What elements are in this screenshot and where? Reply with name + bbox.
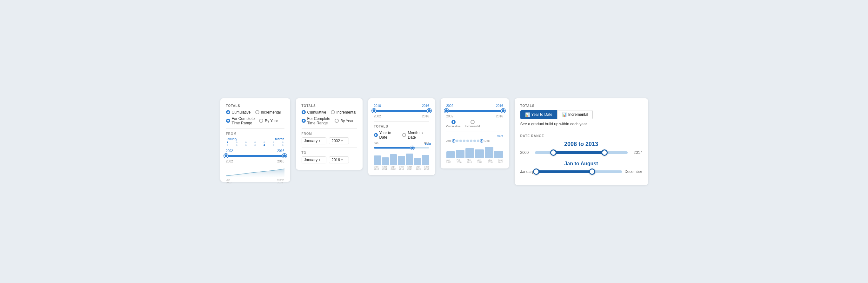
month-track-wrap-5[interactable] (536, 168, 622, 175)
bars-3 (374, 152, 429, 165)
bar-4-5 (494, 151, 503, 158)
incremental-option-2[interactable]: Incremental (331, 110, 356, 115)
from-selects-2: January ▾ 2002 ▾ (302, 137, 357, 144)
bar-4-4 (485, 147, 493, 158)
divider-3 (374, 121, 429, 122)
month-thumb-right-5[interactable] (589, 168, 595, 175)
cumulative-option-4[interactable]: Cumulative (446, 120, 461, 128)
month-range-title-5: Jan to August (520, 161, 642, 166)
month-left-label-5: January (520, 169, 534, 174)
complete-range-option-2[interactable]: For CompleteTime Range (302, 117, 331, 125)
ytd-option-3[interactable]: Year to Date (374, 131, 398, 139)
year-thumb-right-3[interactable] (427, 108, 431, 113)
card-totals-2: TOTALS Cumulative Incremental For Comple… (296, 98, 363, 170)
complete-range-radio-1[interactable] (226, 119, 230, 123)
incremental-label-2: Incremental (337, 110, 356, 115)
month-slider-1[interactable]: January March (226, 137, 284, 146)
month-big-range-5: January December (520, 168, 642, 175)
year-thumb-right-1[interactable] (282, 154, 286, 158)
cumulative-radio-1[interactable] (226, 110, 230, 114)
divider-4 (446, 131, 503, 131)
by-year-option-2[interactable]: By Year (335, 119, 353, 123)
from-year-select-2[interactable]: 2002 ▾ (329, 137, 349, 144)
mtd-radio-3[interactable] (402, 133, 406, 137)
to-month-select-2[interactable]: January ▾ (302, 156, 327, 163)
cumulative-option-1[interactable]: Cumulative (226, 110, 251, 115)
incremental-label-4: Incremental (465, 125, 480, 128)
bars-4 (446, 146, 503, 158)
card-totals-5: TOTALS 📊 Year to Date 📊 Incremental See … (515, 98, 648, 185)
month-fill-5 (536, 170, 592, 173)
to-label-2: TO (302, 151, 357, 155)
month-dot-slider-4[interactable]: Jan Dec (446, 138, 503, 144)
year-range-3[interactable] (374, 108, 429, 113)
to-year-select-2[interactable]: 2016 ▾ (329, 156, 349, 163)
year-range-track-1[interactable] (226, 153, 284, 158)
incremental-label-1: Incremental (261, 110, 281, 115)
from-month-select-2[interactable]: January ▾ (302, 137, 327, 144)
incremental-toggle-btn-5[interactable]: 📊 Incremental (557, 110, 593, 119)
bar-labels-3: Sept2010 Sept2011 Sept2012 Sept2013 Sept… (374, 166, 429, 170)
to-year-arrow-2: ▾ (341, 158, 343, 161)
card-totals-3: 2010 2016 2002 2016 TOTALS Year to Date (368, 98, 435, 175)
radio-row-type-2: Cumulative Incremental (302, 110, 357, 115)
bar-3-0 (374, 155, 381, 165)
slider-dots-bottom-1 (226, 144, 284, 146)
chart-label-right-1: March2016 (277, 178, 284, 184)
cumulative-radio-2[interactable] (302, 110, 306, 114)
year-track-wrap-5[interactable] (535, 150, 628, 156)
incremental-option-1[interactable]: Incremental (255, 110, 281, 115)
incremental-radio-2[interactable] (331, 110, 335, 114)
year-thumb-left-5[interactable] (550, 150, 557, 156)
cumulative-option-2[interactable]: Cumulative (302, 110, 327, 115)
divider-5 (520, 131, 642, 131)
incremental-radio-1[interactable] (255, 110, 259, 114)
totals-label-1: TOTALS (226, 104, 284, 107)
year-labels-top-3: 2010 2016 (374, 104, 429, 107)
year-thumb-left-3[interactable] (372, 108, 376, 113)
bar-4-2 (465, 148, 474, 158)
by-year-radio-1[interactable] (259, 119, 263, 123)
slider-dots-top-1 (226, 142, 284, 143)
ytd-icon-5: 📊 (525, 112, 530, 117)
radio-row-range-2: For CompleteTime Range By Year (302, 117, 357, 125)
date-range-label-5: DATE RANGE (520, 134, 642, 138)
month-right-label-5: December (624, 169, 642, 174)
from-year-arrow-2: ▾ (341, 139, 343, 143)
divider-2b (302, 148, 357, 148)
mini-area-chart-1: Jan2002 March2016 (226, 166, 284, 177)
bar-3-5 (414, 158, 421, 165)
bar-3-6 (422, 155, 429, 165)
bar-3-4 (406, 154, 413, 165)
card-totals-4: 2002 2016 2002 2016 Cumulative Incr (441, 98, 509, 168)
month-thumb-left-5[interactable] (533, 168, 539, 175)
year-fill-5 (553, 151, 604, 154)
radio-row-range-1: For CompleteTime Range By Year (226, 117, 284, 125)
by-year-option-1[interactable]: By Year (259, 119, 278, 123)
month-range-3[interactable]: Sept (374, 145, 429, 150)
year-range-4[interactable] (446, 108, 503, 113)
mtd-option-3[interactable]: Month to Date (402, 131, 429, 139)
totals-label-3: TOTALS (374, 125, 429, 128)
cumulative-radio-4[interactable] (452, 120, 456, 124)
year-thumb-left-1[interactable] (224, 154, 228, 158)
complete-range-radio-2[interactable] (302, 119, 306, 123)
ytd-radio-3[interactable] (374, 133, 378, 137)
bar-labels-4: Jan2016 Feb2016 Mar2016 Apr2016 May2016 … (446, 159, 503, 163)
ytd-toggle-btn-5[interactable]: 📊 Year to Date (520, 110, 557, 119)
complete-range-option-1[interactable]: For CompleteTime Range (226, 117, 255, 125)
bar-4-1 (456, 150, 464, 158)
year-thumb-left-4[interactable] (444, 108, 448, 113)
bar-3-1 (382, 157, 389, 165)
by-year-radio-2[interactable] (335, 119, 339, 123)
month-thumb-3[interactable] (410, 146, 414, 150)
year-thumb-right-4[interactable] (501, 108, 505, 113)
year-left-label-5: 2000 (520, 150, 532, 155)
incremental-radio-4[interactable] (470, 120, 475, 124)
year-range-title-5: 2008 to 2013 (520, 141, 642, 148)
from-label-2: FROM (302, 132, 357, 135)
year-slider-labels-1: 2002 2016 (226, 149, 284, 153)
year-thumb-right-5[interactable] (601, 150, 608, 156)
year-labels-top-4: 2002 2016 (446, 104, 503, 107)
incremental-option-4[interactable]: Incremental (465, 120, 480, 128)
